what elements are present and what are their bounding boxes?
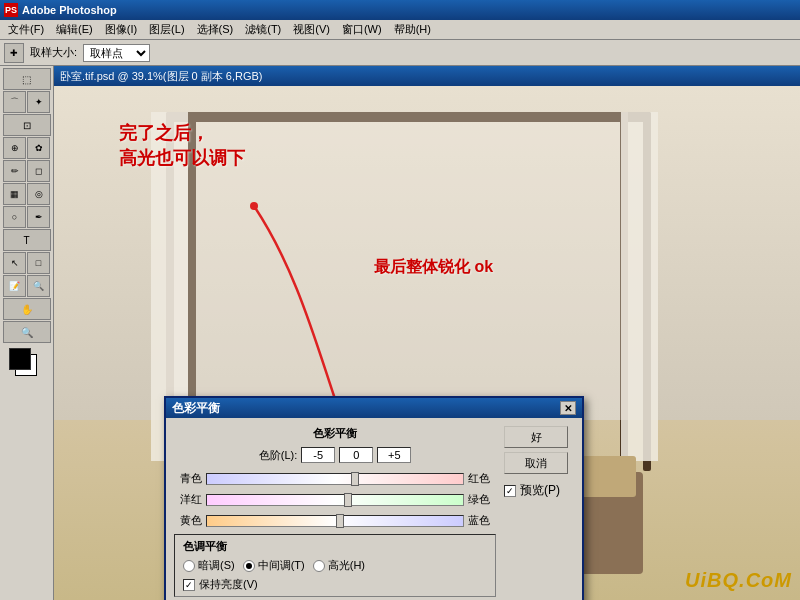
tone-label: 色阶(L): <box>259 448 298 463</box>
value-input-3[interactable] <box>377 447 411 463</box>
menu-view[interactable]: 视图(V) <box>287 20 336 39</box>
preserve-checkbox[interactable]: ✓ <box>183 579 195 591</box>
preview-checkbox[interactable]: ✓ <box>504 485 516 497</box>
tone-balance-section: 色调平衡 暗调(S) 中间调(T) <box>174 534 496 597</box>
doc-title: 卧室.tif.psd @ 39.1%(图层 0 副本 6,RGB) <box>60 69 263 84</box>
dialog-section-title: 色彩平衡 <box>174 426 496 441</box>
cyan-label: 青色 <box>174 471 202 486</box>
ok-button[interactable]: 好 <box>504 426 568 448</box>
menu-window[interactable]: 窗口(W) <box>336 20 388 39</box>
dialog-body: 色彩平衡 色阶(L): 青色 <box>166 418 582 600</box>
tool-magic-wand[interactable]: ✦ <box>27 91 50 113</box>
dialog-left: 色彩平衡 色阶(L): 青色 <box>174 426 496 597</box>
preserve-label: 保持亮度(V) <box>199 577 258 592</box>
tool-eraser[interactable]: ◻ <box>27 160 50 182</box>
preserve-row: ✓ 保持亮度(V) <box>183 577 487 592</box>
radio-shadows-btn[interactable] <box>183 560 195 572</box>
tool-dodge[interactable]: ○ <box>3 206 26 228</box>
tool-pair-6: ↖ □ <box>3 252 50 274</box>
title-bar: PS Adobe Photoshop <box>0 0 800 20</box>
menu-help[interactable]: 帮助(H) <box>388 20 437 39</box>
options-bar: ✚ 取样大小: 取样点 3×3平均 5×5平均 <box>0 40 800 66</box>
toolbar: ⬚ ⌒ ✦ ⊡ ⊕ ✿ ✏ ◻ ▦ ◎ ○ ✒ T ↖ □ 📝 🔍 <box>0 66 54 600</box>
radio-shadows[interactable]: 暗调(S) <box>183 558 235 573</box>
canvas-container: 卧室.tif.psd @ 39.1%(图层 0 副本 6,RGB) <box>54 66 800 600</box>
tool-blur[interactable]: ◎ <box>27 183 50 205</box>
dialog-title: 色彩平衡 <box>172 400 220 417</box>
tool-pair-7: 📝 🔍 <box>3 275 50 297</box>
tool-pen[interactable]: ✒ <box>27 206 50 228</box>
eyedropper-icon: ✚ <box>4 43 24 63</box>
menu-bar: 文件(F) 编辑(E) 图像(I) 图层(L) 选择(S) 滤镜(T) 视图(V… <box>0 20 800 40</box>
radio-highlights[interactable]: 高光(H) <box>313 558 365 573</box>
tool-lasso[interactable]: ⌒ <box>3 91 26 113</box>
tool-shape[interactable]: □ <box>27 252 50 274</box>
color-swatches[interactable] <box>9 348 45 384</box>
dialog-title-bar: 色彩平衡 ✕ <box>166 398 582 418</box>
main-area: ⬚ ⌒ ✦ ⊡ ⊕ ✿ ✏ ◻ ▦ ◎ ○ ✒ T ↖ □ 📝 🔍 <box>0 66 800 600</box>
yellow-blue-track[interactable] <box>206 515 464 527</box>
tool-notes[interactable]: 📝 <box>3 275 26 297</box>
value-input-2[interactable] <box>339 447 373 463</box>
menu-image[interactable]: 图像(I) <box>99 20 143 39</box>
yellow-label: 黄色 <box>174 513 202 528</box>
highlights-label: 高光(H) <box>328 558 365 573</box>
tool-marquee[interactable]: ⬚ <box>3 68 51 90</box>
tool-pair-2: ⊕ ✿ <box>3 137 50 159</box>
app-title: Adobe Photoshop <box>22 4 117 16</box>
app-icon: PS <box>4 3 18 17</box>
radio-midtones-btn[interactable] <box>243 560 255 572</box>
cyan-red-track[interactable] <box>206 473 464 485</box>
menu-layer[interactable]: 图层(L) <box>143 20 190 39</box>
dialog-right: 好 取消 ✓ 预览(P) <box>504 426 574 597</box>
tool-gradient[interactable]: ▦ <box>3 183 26 205</box>
watermark: UiBQ.CoM <box>685 569 792 592</box>
tone-radio-row: 暗调(S) 中间调(T) 高光(H) <box>183 558 487 573</box>
radio-highlights-btn[interactable] <box>313 560 325 572</box>
tool-pair-3: ✏ ◻ <box>3 160 50 182</box>
sample-size-label: 取样大小: <box>30 45 77 60</box>
midtones-label: 中间调(T) <box>258 558 305 573</box>
slider-yellow-blue: 黄色 蓝色 <box>174 513 496 528</box>
preview-label: 预览(P) <box>520 482 560 499</box>
slider-magenta-green: 洋红 绿色 <box>174 492 496 507</box>
tool-pair-4: ▦ ◎ <box>3 183 50 205</box>
cyan-red-thumb[interactable] <box>351 472 359 486</box>
value-inputs-row: 色阶(L): <box>174 447 496 463</box>
green-label: 绿色 <box>468 492 496 507</box>
menu-select[interactable]: 选择(S) <box>191 20 240 39</box>
tool-crop[interactable]: ⊡ <box>3 114 51 136</box>
preview-row: ✓ 预览(P) <box>504 482 574 499</box>
annotation-1: 完了之后， 高光也可以调下 <box>119 121 245 171</box>
tool-stamp[interactable]: ✿ <box>27 137 50 159</box>
value-input-1[interactable] <box>301 447 335 463</box>
menu-file[interactable]: 文件(F) <box>2 20 50 39</box>
tool-path[interactable]: ↖ <box>3 252 26 274</box>
doc-title-bar: 卧室.tif.psd @ 39.1%(图层 0 副本 6,RGB) <box>54 66 800 86</box>
slider-cyan-red: 青色 红色 <box>174 471 496 486</box>
tool-brush[interactable]: ✏ <box>3 160 26 182</box>
tool-eyedropper[interactable]: 🔍 <box>27 275 50 297</box>
menu-filter[interactable]: 滤镜(T) <box>239 20 287 39</box>
color-balance-dialog: 色彩平衡 ✕ 色彩平衡 色阶(L): <box>164 396 584 600</box>
tool-type[interactable]: T <box>3 229 51 251</box>
yellow-blue-thumb[interactable] <box>336 514 344 528</box>
doc-content: 完了之后， 高光也可以调下 最后整体锐化 ok UiBQ.CoM <box>54 86 800 600</box>
radio-midtones[interactable]: 中间调(T) <box>243 558 305 573</box>
dialog-close-button[interactable]: ✕ <box>560 401 576 415</box>
tool-heal[interactable]: ⊕ <box>3 137 26 159</box>
menu-edit[interactable]: 编辑(E) <box>50 20 99 39</box>
cancel-button[interactable]: 取消 <box>504 452 568 474</box>
tool-hand[interactable]: ✋ <box>3 298 51 320</box>
tool-pair-5: ○ ✒ <box>3 206 50 228</box>
red-label: 红色 <box>468 471 496 486</box>
magenta-green-track[interactable] <box>206 494 464 506</box>
sample-size-select[interactable]: 取样点 3×3平均 5×5平均 <box>83 44 150 62</box>
magenta-green-thumb[interactable] <box>344 493 352 507</box>
tone-balance-title: 色调平衡 <box>183 539 487 554</box>
annotation-2: 最后整体锐化 ok <box>374 256 493 278</box>
tool-pair-1: ⌒ ✦ <box>3 91 50 113</box>
blue-label: 蓝色 <box>468 513 496 528</box>
tool-zoom[interactable]: 🔍 <box>3 321 51 343</box>
magenta-label: 洋红 <box>174 492 202 507</box>
